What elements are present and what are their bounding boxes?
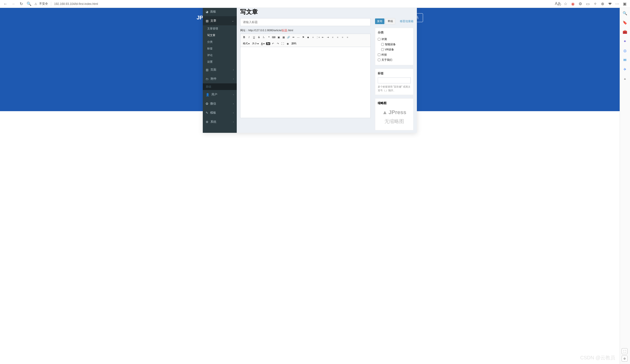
browser-toolbar: ← → ↻ 🔍 ⚠ 不安全 192.168.93.104/bl-first-in… — [0, 0, 630, 8]
favorites-icon[interactable]: ✧ — [592, 0, 598, 7]
address-bar[interactable]: ⚠ 不安全 192.168.93.104/bl-first-index.html — [34, 2, 554, 6]
forward-button[interactable]: → — [10, 0, 17, 7]
favorite-button[interactable]: ☆ — [562, 0, 569, 7]
heart-icon[interactable]: ❤ — [606, 0, 613, 7]
copilot-icon[interactable]: ◉ — [570, 0, 576, 7]
more-button[interactable]: ⋯ — [614, 0, 621, 7]
back-button[interactable]: ← — [2, 0, 9, 7]
warning-icon: ⚠ — [34, 2, 37, 6]
sidebar-toggle[interactable]: ▣ — [621, 0, 628, 7]
reading-list-icon[interactable]: ▭ — [584, 0, 591, 7]
separator — [51, 2, 51, 6]
url-text: 192.168.93.104/bl-first-index.html — [54, 2, 98, 6]
extensions-icon[interactable]: ⚙ — [577, 0, 584, 7]
refresh-button[interactable]: ↻ — [18, 0, 24, 7]
alpha-label[interactable]: Aあ — [555, 0, 562, 7]
browser-actions: Aあ ☆ ◉ ⚙ ▭ ✧ ⊕ ❤ ⋯ ▣ — [555, 0, 628, 7]
search-button[interactable]: 🔍 — [26, 0, 32, 7]
collections-icon[interactable]: ⊕ — [599, 0, 606, 7]
security-label: 不安全 — [39, 2, 48, 6]
